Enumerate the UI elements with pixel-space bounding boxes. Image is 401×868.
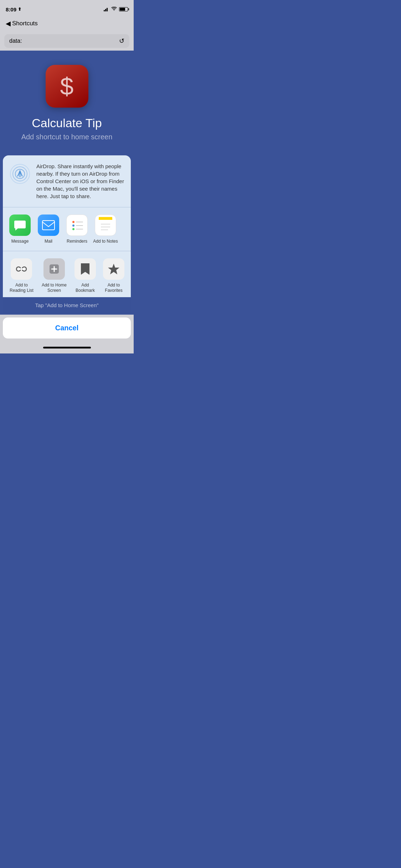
reminders-app-icon xyxy=(66,215,88,236)
bookmark-icon-el xyxy=(74,258,96,280)
battery-icon xyxy=(119,7,128,11)
signal-bar-3 xyxy=(107,8,108,11)
address-bar: data: ↺ xyxy=(0,31,134,51)
dollar-icon: $ xyxy=(60,72,74,100)
back-chevron-icon: ◀ xyxy=(6,20,11,27)
signal-bar-4 xyxy=(108,8,109,11)
share-app-message[interactable]: Message xyxy=(6,213,34,245)
action-favorites[interactable]: Add to Favorites xyxy=(99,257,128,294)
address-field[interactable]: data: ↺ xyxy=(4,34,129,48)
mail-app-icon xyxy=(38,215,59,236)
app-subtitle: Add shortcut to home screen xyxy=(21,133,113,141)
home-screen-label: Add to Home Screen xyxy=(39,283,70,293)
app-icon: $ xyxy=(46,65,88,108)
airdrop-description: AirDrop. Share instantly with people nea… xyxy=(36,162,125,200)
action-reading-list[interactable]: Add to Reading List xyxy=(6,257,37,294)
url-text: data: xyxy=(9,38,22,44)
airdrop-icon xyxy=(9,162,31,185)
signal-bars xyxy=(104,7,109,11)
actions-scroll[interactable]: Add to Reading List Add to Home Screen xyxy=(3,257,131,294)
action-bookmark[interactable]: Add Bookmark xyxy=(71,257,99,294)
share-apps-scroll[interactable]: Message Mail xyxy=(3,213,131,245)
svg-rect-13 xyxy=(99,220,112,233)
reading-list-icon xyxy=(11,258,32,280)
svg-point-6 xyxy=(72,224,74,227)
message-app-label: Message xyxy=(11,239,29,244)
svg-point-5 xyxy=(72,221,74,223)
home-screen-icon xyxy=(43,258,65,280)
favorites-label: Add to Favorites xyxy=(101,283,127,293)
action-home-screen[interactable]: Add to Home Screen xyxy=(37,257,71,294)
notes-app-icon xyxy=(95,215,116,236)
share-app-notes[interactable]: Add to Notes xyxy=(91,213,120,245)
favorites-icon-el xyxy=(103,258,124,280)
signal-bar-1 xyxy=(104,10,105,11)
svg-rect-4 xyxy=(42,221,55,230)
bookmark-label: Add Bookmark xyxy=(72,283,98,293)
home-indicator xyxy=(0,341,134,353)
mail-app-label: Mail xyxy=(45,239,52,244)
reminders-app-label: Reminders xyxy=(67,239,87,244)
status-bar: 8:09 ⬆ xyxy=(0,0,134,16)
time-display: 8:09 xyxy=(6,6,16,12)
share-apps-row: Message Mail xyxy=(3,207,131,251)
wifi-icon xyxy=(111,7,117,12)
actions-row: Add to Reading List Add to Home Screen xyxy=(3,251,131,297)
back-button[interactable]: ◀ Shortcuts xyxy=(6,20,38,27)
reload-icon[interactable]: ↺ xyxy=(119,37,124,45)
app-title: Calculate Tip xyxy=(32,116,102,130)
signal-bar-2 xyxy=(105,9,106,11)
status-icons xyxy=(104,7,128,12)
hint-text: Tap "Add to Home Screen" xyxy=(10,302,124,308)
notes-app-label: Add to Notes xyxy=(93,239,118,244)
reading-list-label: Add to Reading List xyxy=(7,283,36,293)
bottom-hint: Tap "Add to Home Screen" xyxy=(3,297,131,313)
cancel-section: Cancel xyxy=(0,315,134,341)
cancel-button[interactable]: Cancel xyxy=(3,317,131,339)
svg-point-7 xyxy=(72,228,74,230)
svg-marker-23 xyxy=(108,264,119,274)
share-app-mail[interactable]: Mail xyxy=(34,213,63,245)
share-sheet-overlay: AirDrop. Share instantly with people nea… xyxy=(0,155,134,313)
message-app-icon xyxy=(9,215,31,236)
location-icon: ⬆ xyxy=(18,7,21,12)
back-label: Shortcuts xyxy=(12,20,38,27)
status-time: 8:09 ⬆ xyxy=(6,6,21,12)
nav-bar: ◀ Shortcuts xyxy=(0,16,134,31)
airdrop-section[interactable]: AirDrop. Share instantly with people nea… xyxy=(3,155,131,207)
main-content: $ Calculate Tip Add shortcut to home scr… xyxy=(0,51,134,155)
share-app-reminders[interactable]: Reminders xyxy=(63,213,91,245)
share-sheet: AirDrop. Share instantly with people nea… xyxy=(3,155,131,297)
home-bar xyxy=(43,347,91,348)
